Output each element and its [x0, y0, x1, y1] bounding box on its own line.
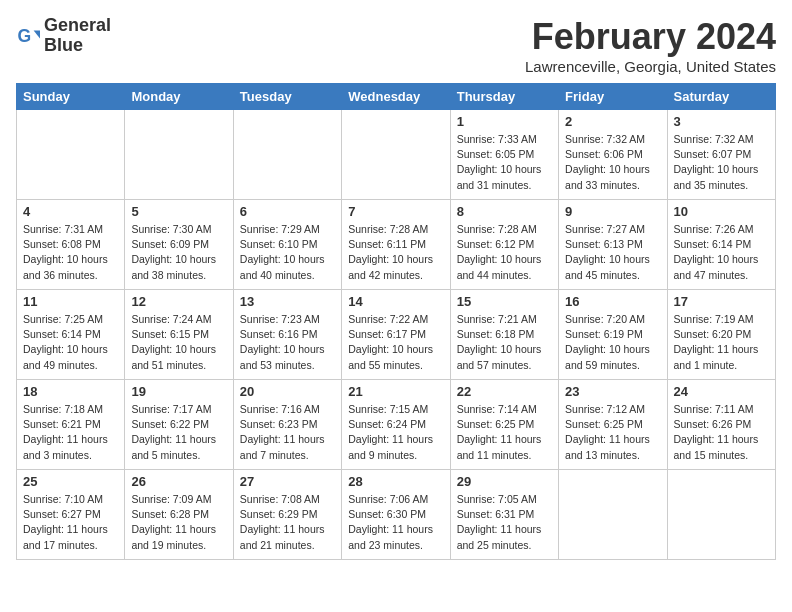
day-info: Sunrise: 7:08 AMSunset: 6:29 PMDaylight:…: [240, 492, 335, 553]
day-info: Sunrise: 7:23 AMSunset: 6:16 PMDaylight:…: [240, 312, 335, 373]
title-block: February 2024 Lawrenceville, Georgia, Un…: [525, 16, 776, 75]
day-cell: [125, 110, 233, 200]
week-row-5: 25Sunrise: 7:10 AMSunset: 6:27 PMDayligh…: [17, 470, 776, 560]
day-cell: 17Sunrise: 7:19 AMSunset: 6:20 PMDayligh…: [667, 290, 775, 380]
day-cell: 6Sunrise: 7:29 AMSunset: 6:10 PMDaylight…: [233, 200, 341, 290]
day-info: Sunrise: 7:17 AMSunset: 6:22 PMDaylight:…: [131, 402, 226, 463]
day-number: 10: [674, 204, 769, 219]
day-cell: 19Sunrise: 7:17 AMSunset: 6:22 PMDayligh…: [125, 380, 233, 470]
day-number: 26: [131, 474, 226, 489]
header-saturday: Saturday: [667, 84, 775, 110]
day-cell: 28Sunrise: 7:06 AMSunset: 6:30 PMDayligh…: [342, 470, 450, 560]
day-info: Sunrise: 7:28 AMSunset: 6:12 PMDaylight:…: [457, 222, 552, 283]
day-cell: 26Sunrise: 7:09 AMSunset: 6:28 PMDayligh…: [125, 470, 233, 560]
day-cell: 16Sunrise: 7:20 AMSunset: 6:19 PMDayligh…: [559, 290, 667, 380]
day-number: 13: [240, 294, 335, 309]
day-info: Sunrise: 7:27 AMSunset: 6:13 PMDaylight:…: [565, 222, 660, 283]
day-info: Sunrise: 7:32 AMSunset: 6:07 PMDaylight:…: [674, 132, 769, 193]
day-cell: [17, 110, 125, 200]
day-info: Sunrise: 7:18 AMSunset: 6:21 PMDaylight:…: [23, 402, 118, 463]
header-monday: Monday: [125, 84, 233, 110]
day-info: Sunrise: 7:19 AMSunset: 6:20 PMDaylight:…: [674, 312, 769, 373]
header-tuesday: Tuesday: [233, 84, 341, 110]
day-number: 14: [348, 294, 443, 309]
day-info: Sunrise: 7:30 AMSunset: 6:09 PMDaylight:…: [131, 222, 226, 283]
calendar-table: SundayMondayTuesdayWednesdayThursdayFrid…: [16, 83, 776, 560]
day-info: Sunrise: 7:05 AMSunset: 6:31 PMDaylight:…: [457, 492, 552, 553]
day-cell: [342, 110, 450, 200]
header-wednesday: Wednesday: [342, 84, 450, 110]
day-number: 3: [674, 114, 769, 129]
day-cell: 15Sunrise: 7:21 AMSunset: 6:18 PMDayligh…: [450, 290, 558, 380]
day-cell: 24Sunrise: 7:11 AMSunset: 6:26 PMDayligh…: [667, 380, 775, 470]
day-cell: 27Sunrise: 7:08 AMSunset: 6:29 PMDayligh…: [233, 470, 341, 560]
day-info: Sunrise: 7:22 AMSunset: 6:17 PMDaylight:…: [348, 312, 443, 373]
day-info: Sunrise: 7:24 AMSunset: 6:15 PMDaylight:…: [131, 312, 226, 373]
svg-marker-1: [34, 30, 40, 38]
day-cell: 1Sunrise: 7:33 AMSunset: 6:05 PMDaylight…: [450, 110, 558, 200]
day-cell: [667, 470, 775, 560]
day-info: Sunrise: 7:29 AMSunset: 6:10 PMDaylight:…: [240, 222, 335, 283]
day-number: 1: [457, 114, 552, 129]
day-cell: 7Sunrise: 7:28 AMSunset: 6:11 PMDaylight…: [342, 200, 450, 290]
day-number: 23: [565, 384, 660, 399]
day-cell: [559, 470, 667, 560]
day-cell: 12Sunrise: 7:24 AMSunset: 6:15 PMDayligh…: [125, 290, 233, 380]
day-number: 15: [457, 294, 552, 309]
day-cell: 14Sunrise: 7:22 AMSunset: 6:17 PMDayligh…: [342, 290, 450, 380]
day-cell: 11Sunrise: 7:25 AMSunset: 6:14 PMDayligh…: [17, 290, 125, 380]
day-number: 16: [565, 294, 660, 309]
day-cell: 29Sunrise: 7:05 AMSunset: 6:31 PMDayligh…: [450, 470, 558, 560]
week-row-2: 4Sunrise: 7:31 AMSunset: 6:08 PMDaylight…: [17, 200, 776, 290]
header-friday: Friday: [559, 84, 667, 110]
day-number: 24: [674, 384, 769, 399]
day-info: Sunrise: 7:12 AMSunset: 6:25 PMDaylight:…: [565, 402, 660, 463]
day-cell: 21Sunrise: 7:15 AMSunset: 6:24 PMDayligh…: [342, 380, 450, 470]
day-info: Sunrise: 7:06 AMSunset: 6:30 PMDaylight:…: [348, 492, 443, 553]
day-cell: 3Sunrise: 7:32 AMSunset: 6:07 PMDaylight…: [667, 110, 775, 200]
day-info: Sunrise: 7:33 AMSunset: 6:05 PMDaylight:…: [457, 132, 552, 193]
day-number: 20: [240, 384, 335, 399]
month-title: February 2024: [525, 16, 776, 58]
header-sunday: Sunday: [17, 84, 125, 110]
day-info: Sunrise: 7:09 AMSunset: 6:28 PMDaylight:…: [131, 492, 226, 553]
day-cell: 25Sunrise: 7:10 AMSunset: 6:27 PMDayligh…: [17, 470, 125, 560]
day-cell: [233, 110, 341, 200]
day-cell: 10Sunrise: 7:26 AMSunset: 6:14 PMDayligh…: [667, 200, 775, 290]
day-number: 29: [457, 474, 552, 489]
day-cell: 8Sunrise: 7:28 AMSunset: 6:12 PMDaylight…: [450, 200, 558, 290]
logo-icon: G: [16, 24, 40, 48]
day-info: Sunrise: 7:21 AMSunset: 6:18 PMDaylight:…: [457, 312, 552, 373]
location: Lawrenceville, Georgia, United States: [525, 58, 776, 75]
day-cell: 13Sunrise: 7:23 AMSunset: 6:16 PMDayligh…: [233, 290, 341, 380]
day-info: Sunrise: 7:14 AMSunset: 6:25 PMDaylight:…: [457, 402, 552, 463]
day-info: Sunrise: 7:32 AMSunset: 6:06 PMDaylight:…: [565, 132, 660, 193]
day-cell: 5Sunrise: 7:30 AMSunset: 6:09 PMDaylight…: [125, 200, 233, 290]
day-number: 19: [131, 384, 226, 399]
day-cell: 2Sunrise: 7:32 AMSunset: 6:06 PMDaylight…: [559, 110, 667, 200]
day-info: Sunrise: 7:16 AMSunset: 6:23 PMDaylight:…: [240, 402, 335, 463]
day-cell: 18Sunrise: 7:18 AMSunset: 6:21 PMDayligh…: [17, 380, 125, 470]
day-number: 5: [131, 204, 226, 219]
day-info: Sunrise: 7:26 AMSunset: 6:14 PMDaylight:…: [674, 222, 769, 283]
page-header: G General Blue February 2024 Lawrencevil…: [16, 16, 776, 75]
day-info: Sunrise: 7:25 AMSunset: 6:14 PMDaylight:…: [23, 312, 118, 373]
day-info: Sunrise: 7:11 AMSunset: 6:26 PMDaylight:…: [674, 402, 769, 463]
week-row-1: 1Sunrise: 7:33 AMSunset: 6:05 PMDaylight…: [17, 110, 776, 200]
day-info: Sunrise: 7:28 AMSunset: 6:11 PMDaylight:…: [348, 222, 443, 283]
day-cell: 22Sunrise: 7:14 AMSunset: 6:25 PMDayligh…: [450, 380, 558, 470]
day-info: Sunrise: 7:31 AMSunset: 6:08 PMDaylight:…: [23, 222, 118, 283]
day-number: 28: [348, 474, 443, 489]
day-number: 9: [565, 204, 660, 219]
day-number: 7: [348, 204, 443, 219]
day-number: 21: [348, 384, 443, 399]
day-number: 17: [674, 294, 769, 309]
day-info: Sunrise: 7:20 AMSunset: 6:19 PMDaylight:…: [565, 312, 660, 373]
calendar-body: 1Sunrise: 7:33 AMSunset: 6:05 PMDaylight…: [17, 110, 776, 560]
svg-text:G: G: [18, 25, 32, 45]
day-cell: 4Sunrise: 7:31 AMSunset: 6:08 PMDaylight…: [17, 200, 125, 290]
header-thursday: Thursday: [450, 84, 558, 110]
day-number: 22: [457, 384, 552, 399]
day-number: 2: [565, 114, 660, 129]
day-number: 18: [23, 384, 118, 399]
